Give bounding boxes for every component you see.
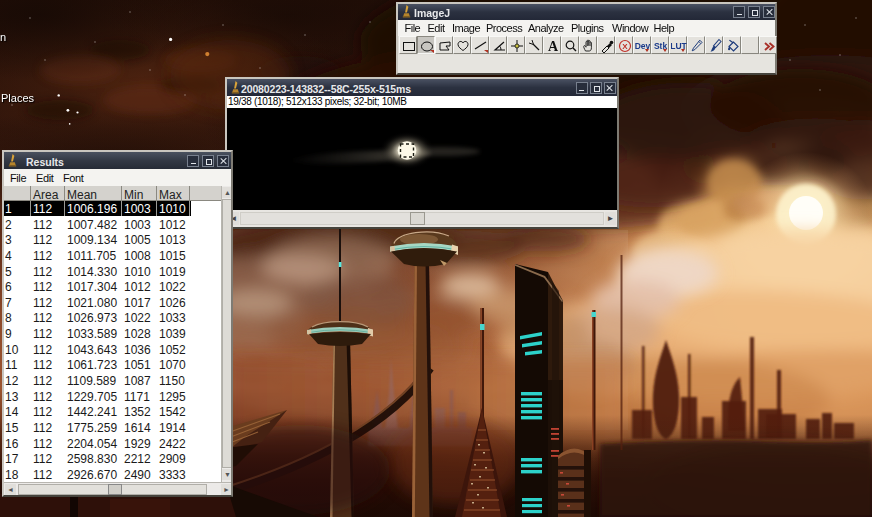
svg-text:X: X [622, 42, 628, 51]
svg-text:A: A [547, 39, 558, 54]
